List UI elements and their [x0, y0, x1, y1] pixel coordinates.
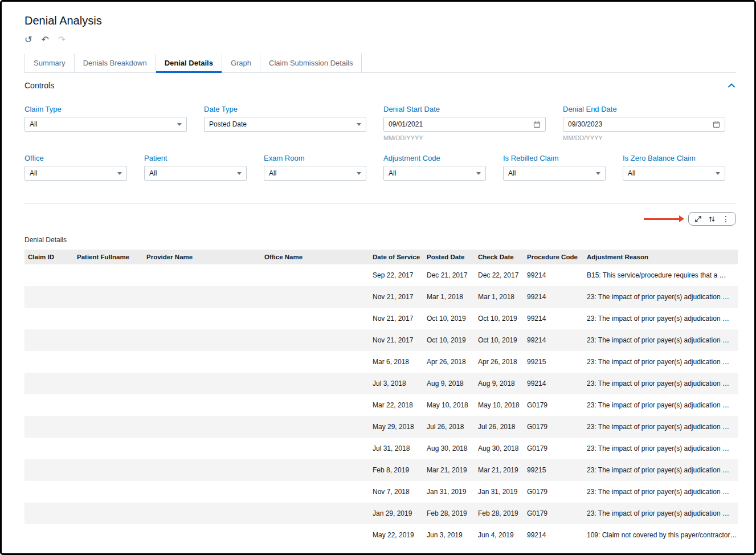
- date-input-denial-start-date[interactable]: 09/01/2021: [383, 117, 546, 132]
- chevron-down-icon: [177, 123, 182, 126]
- table-row: Nov 7, 2018Jan 31, 2019Jan 31, 2019G0179…: [24, 481, 738, 503]
- control-value: All: [269, 169, 276, 177]
- col-procedure-code[interactable]: Procedure Code: [524, 250, 583, 264]
- calendar-icon[interactable]: [533, 121, 541, 128]
- undo-icon[interactable]: ↶: [41, 35, 48, 44]
- table-row: May 29, 2018Jul 26, 2018Jul 26, 2018G017…: [24, 416, 738, 438]
- col-check-date[interactable]: Check Date: [475, 250, 524, 264]
- reset-icon[interactable]: ↺: [24, 35, 32, 44]
- cell-claim-id: [24, 394, 73, 416]
- app-window: Denial Analysis ↺↶↷ SummaryDenials Break…: [0, 0, 756, 555]
- date-input-denial-end-date[interactable]: 09/30/2023: [563, 117, 725, 132]
- cell-procedure-code: G0179: [524, 394, 583, 416]
- filter-claim-type: Claim TypeAll: [24, 105, 187, 141]
- cell-claim-id: [24, 286, 73, 308]
- cell-provider-name: [143, 524, 261, 546]
- tab-denials-breakdown[interactable]: Denials Breakdown: [74, 54, 156, 72]
- tab-denial-details[interactable]: Denial Details: [156, 54, 222, 72]
- date-format-hint: MM/DD/YYYY: [383, 134, 546, 141]
- cell-date-of-service: Jul 31, 2018: [369, 438, 423, 459]
- control-value: All: [628, 169, 635, 177]
- col-office-name[interactable]: Office Name: [261, 250, 369, 264]
- cell-provider-name: [143, 351, 261, 373]
- cell-office-name: [261, 351, 369, 373]
- cell-check-date: Oct 10, 2019: [475, 308, 524, 329]
- filter-label: Adjustment Code: [383, 154, 486, 162]
- cell-claim-id: [24, 373, 73, 394]
- cell-provider-name: [143, 264, 261, 286]
- dropdown-claim-type[interactable]: All: [24, 117, 187, 132]
- cell-check-date: May 10, 2018: [475, 394, 524, 416]
- col-claim-id[interactable]: Claim ID: [24, 250, 73, 264]
- maximize-visual-button[interactable]: [692, 214, 704, 224]
- cell-office-name: [261, 329, 369, 351]
- cell-provider-name: [143, 329, 261, 351]
- cell-office-name: [261, 308, 369, 329]
- sort-visual-button[interactable]: [706, 214, 718, 224]
- table-body: Sep 22, 2017Dec 21, 2017Dec 22, 20179921…: [24, 264, 738, 546]
- cell-adjustment-reason: 23: The impact of prior payer(s) adjudic…: [583, 481, 738, 503]
- cell-adjustment-reason: 23: The impact of prior payer(s) adjudic…: [583, 329, 738, 351]
- cell-provider-name: [143, 459, 261, 481]
- cell-claim-id: [24, 329, 73, 351]
- cell-date-of-service: Feb 8, 2019: [369, 459, 423, 481]
- cell-adjustment-reason: 23: The impact of prior payer(s) adjudic…: [583, 416, 738, 438]
- dropdown-adjustment-code[interactable]: All: [383, 166, 486, 181]
- chevron-down-icon: [716, 172, 720, 175]
- collapse-controls-button[interactable]: [727, 81, 736, 90]
- col-patient-fullname[interactable]: Patient Fullname: [73, 250, 143, 264]
- calendar-icon[interactable]: [713, 121, 720, 128]
- date-format-hint: MM/DD/YYYY: [563, 134, 725, 141]
- cell-date-of-service: Jan 29, 2019: [369, 503, 423, 524]
- chevron-down-icon: [476, 172, 481, 175]
- visual-menu: ⋮: [688, 212, 736, 226]
- cell-claim-id: [24, 308, 73, 329]
- visual-options-button[interactable]: ⋮: [720, 214, 732, 224]
- cell-provider-name: [143, 503, 261, 524]
- cell-adjustment-reason: 23: The impact of prior payer(s) adjudic…: [583, 503, 738, 524]
- filter-adjustment-code: Adjustment CodeAll: [383, 154, 486, 181]
- cell-patient-fullname: [73, 308, 143, 329]
- filter-patient: PatientAll: [144, 154, 247, 181]
- control-value: All: [508, 169, 516, 177]
- cell-provider-name: [143, 416, 261, 438]
- cell-adjustment-reason: 23: The impact of prior payer(s) adjudic…: [583, 351, 738, 373]
- cell-provider-name: [143, 286, 261, 308]
- control-value: All: [30, 169, 37, 177]
- cell-claim-id: [24, 351, 73, 373]
- cell-patient-fullname: [73, 481, 143, 503]
- dropdown-office[interactable]: All: [24, 166, 127, 181]
- table-row: Nov 21, 2017Mar 1, 2018Mar 1, 2018992142…: [24, 286, 738, 308]
- cell-procedure-code: 99214: [524, 373, 583, 394]
- filter-label: Is Rebilled Claim: [503, 154, 606, 162]
- tab-claim-submission-details[interactable]: Claim Submission Details: [260, 54, 362, 72]
- cell-procedure-code: 99214: [524, 264, 583, 286]
- col-adjustment-reason[interactable]: Adjustment Reason: [583, 250, 738, 264]
- tab-summary[interactable]: Summary: [24, 54, 74, 72]
- dropdown-date-type[interactable]: Posted Date: [204, 117, 366, 132]
- cell-procedure-code: G0179: [524, 481, 583, 503]
- table-title: Denial Details: [24, 236, 736, 244]
- dropdown-is-zero-balance-claim[interactable]: All: [623, 166, 725, 181]
- chevron-down-icon: [596, 172, 600, 175]
- tab-graph[interactable]: Graph: [222, 54, 260, 72]
- table-row: Sep 22, 2017Dec 21, 2017Dec 22, 20179921…: [24, 264, 738, 286]
- visual-toolbar-row: ⋮: [24, 211, 736, 227]
- cell-check-date: Dec 22, 2017: [475, 264, 524, 286]
- cell-claim-id: [24, 416, 73, 438]
- col-date-of-service[interactable]: Date of Service: [369, 250, 423, 264]
- controls-title: Controls: [24, 81, 54, 90]
- col-provider-name[interactable]: Provider Name: [143, 250, 261, 264]
- dropdown-is-rebilled-claim[interactable]: All: [503, 166, 606, 181]
- dropdown-exam-room[interactable]: All: [264, 166, 366, 181]
- cell-claim-id: [24, 524, 73, 546]
- cell-posted-date: May 10, 2018: [423, 394, 475, 416]
- cell-adjustment-reason: 23: The impact of prior payer(s) adjudic…: [583, 394, 738, 416]
- col-posted-date[interactable]: Posted Date: [423, 250, 475, 264]
- cell-posted-date: Mar 1, 2018: [423, 286, 475, 308]
- chevron-down-icon: [117, 172, 122, 175]
- dropdown-patient[interactable]: All: [144, 166, 247, 181]
- cell-procedure-code: 99214: [524, 286, 583, 308]
- cell-patient-fullname: [73, 503, 143, 524]
- expand-icon: [694, 215, 702, 223]
